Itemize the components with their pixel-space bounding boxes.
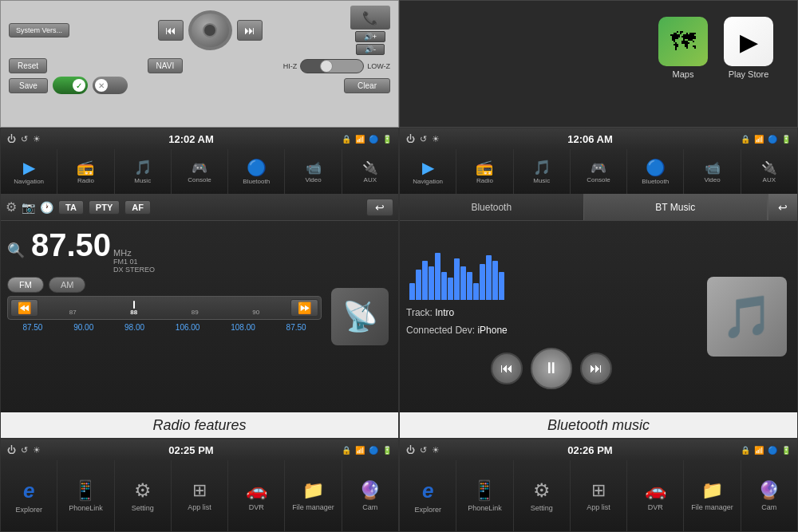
- android-app-panel: 🗺 Maps ▶ Play Store: [399, 0, 798, 128]
- nav-item-aux[interactable]: 🔌 AUX: [342, 149, 398, 194]
- seek-bar: ⏪ 87 88 89 90 ⏩: [7, 296, 322, 320]
- reset-button[interactable]: Reset: [9, 58, 47, 73]
- cam-icon: 🔮: [359, 480, 381, 501]
- radio-nav-icon: 📻: [77, 159, 94, 176]
- dvr-icon: 🚗: [246, 480, 267, 501]
- navi-button[interactable]: NAVI: [148, 58, 184, 73]
- filemanager-item[interactable]: 📁 File manager: [285, 460, 342, 531]
- search-icon[interactable]: 🔍: [7, 242, 25, 259]
- next-track-button[interactable]: ⏭: [237, 20, 263, 41]
- preset-1[interactable]: 87.50: [22, 323, 42, 332]
- radio-nav-bar: ▶ Navigation 📻 Radio 🎵 Music 🎮 Console 🔵…: [1, 149, 398, 194]
- freq-meta1: FM1 01: [113, 258, 155, 266]
- bt-nav-video-icon: 📹: [705, 160, 721, 175]
- bluetooth-tab[interactable]: Bluetooth: [400, 194, 584, 220]
- cam-item[interactable]: 🔮 Cam: [342, 460, 398, 531]
- system-version-button[interactable]: System Vers...: [9, 23, 69, 37]
- bt-nav-aux[interactable]: 🔌 AUX: [741, 149, 797, 194]
- bt-nav-bluetooth[interactable]: 🔵 Bluetooth: [627, 149, 684, 194]
- check-toggle[interactable]: ✓: [53, 77, 88, 94]
- hz-slider[interactable]: [300, 59, 364, 73]
- af-button[interactable]: AF: [124, 200, 151, 215]
- bt-nav-console-label: Console: [587, 176, 610, 183]
- phonelink-label: PhoneLink: [69, 504, 103, 512]
- applist-label: App list: [188, 503, 211, 511]
- fm-button[interactable]: FM: [7, 277, 44, 293]
- br-applist-item[interactable]: ⊞ App list: [571, 460, 627, 531]
- bt-nav-radio[interactable]: 📻 Radio: [456, 149, 513, 194]
- bt-nav-aux-icon: 🔌: [761, 160, 777, 175]
- save-button[interactable]: Save: [9, 78, 48, 93]
- nav-item-bluetooth[interactable]: 🔵 Bluetooth: [228, 149, 285, 194]
- dvr-item[interactable]: 🚗 DVR: [228, 460, 285, 531]
- volume-up-button[interactable]: 🔊+: [355, 31, 385, 42]
- freq-tick-88: 88: [130, 309, 137, 316]
- br-setting-item[interactable]: ⚙ Setting: [514, 460, 571, 531]
- am-button[interactable]: AM: [49, 277, 86, 293]
- music-nav-label: Music: [134, 177, 151, 184]
- br-phonelink-icon: 📱: [472, 479, 496, 502]
- br-power-icon: ⏻: [406, 445, 415, 455]
- bt-nav-console[interactable]: 🎮 Console: [571, 149, 627, 194]
- playstore-app-item[interactable]: ▶ Play Store: [724, 17, 773, 79]
- preset-list: 87.50 90.00 98.00 106.00 108.00 87.50: [7, 323, 322, 332]
- radio-nav-label: Radio: [77, 177, 94, 184]
- nav-item-video[interactable]: 📹 Video: [285, 149, 342, 194]
- applist-item[interactable]: ⊞ App list: [172, 460, 228, 531]
- preset-3[interactable]: 98.00: [124, 323, 144, 332]
- br-phonelink-label: PhoneLink: [468, 504, 502, 512]
- pty-button[interactable]: PTY: [89, 200, 120, 215]
- preset-2[interactable]: 90.00: [73, 323, 93, 332]
- bt-prev-button[interactable]: ⏮: [491, 353, 523, 384]
- br-dvr-item[interactable]: 🚗 DVR: [627, 460, 684, 531]
- navigation-label: Navigation: [14, 178, 44, 185]
- steering-wheel-panel: System Vers... ⏮ ⏭ 📞 🔊+ 🔊-: [0, 0, 399, 128]
- bt-back-button[interactable]: ↩: [768, 194, 797, 220]
- nav-item-music[interactable]: 🎵 Music: [115, 149, 172, 194]
- x-toggle[interactable]: ✕: [93, 77, 128, 94]
- setting-item[interactable]: ⚙ Setting: [115, 460, 172, 531]
- phonelink-icon: 📱: [73, 479, 97, 502]
- bt-music-tab[interactable]: BT Music: [584, 194, 768, 220]
- volume-down-button[interactable]: 🔊-: [356, 44, 385, 55]
- bt-nav-music[interactable]: 🎵 Music: [514, 149, 571, 194]
- phonelink-item[interactable]: 📱 PhoneLink: [57, 460, 114, 531]
- bl-brightness-icon: ☀: [33, 445, 41, 455]
- clear-button[interactable]: Clear: [344, 78, 390, 93]
- bt-caption: Bluetooth music: [400, 412, 797, 438]
- maps-app-item[interactable]: 🗺 Maps: [658, 17, 708, 79]
- preset-4[interactable]: 106.00: [176, 323, 200, 332]
- br-phonelink-item[interactable]: 📱 PhoneLink: [456, 460, 513, 531]
- br-filemanager-item[interactable]: 📁 File manager: [684, 460, 741, 531]
- preset-6[interactable]: 87.50: [286, 323, 306, 332]
- radio-back-button[interactable]: ↩: [366, 199, 393, 216]
- br-explorer-label: Explorer: [414, 506, 441, 514]
- bt-nav-navigation[interactable]: ▶ Navigation: [400, 149, 456, 194]
- bl-time: 02:25 PM: [168, 444, 213, 456]
- console-nav-icon: 🎮: [192, 160, 207, 175]
- ta-button[interactable]: TA: [58, 200, 84, 215]
- nav-item-navigation[interactable]: ▶ Navigation: [1, 149, 57, 194]
- bt-nav-navigation-icon: ▶: [422, 158, 434, 177]
- bt-playback-controls: ⏮ ⏸ ⏭: [406, 348, 697, 389]
- explorer-item[interactable]: e Explorer: [1, 460, 57, 531]
- nav-item-radio[interactable]: 📻 Radio: [57, 149, 114, 194]
- bt-lock-icon: 🔒: [741, 135, 750, 144]
- br-back-icon: ↺: [420, 445, 427, 455]
- bt-play-pause-button[interactable]: ⏸: [531, 348, 572, 389]
- bt-nav-video[interactable]: 📹 Video: [684, 149, 741, 194]
- prev-track-button[interactable]: ⏮: [158, 20, 184, 41]
- bt-next-button[interactable]: ⏭: [580, 353, 612, 384]
- br-explorer-item[interactable]: e Explorer: [400, 460, 456, 531]
- equalizer-display: [406, 244, 697, 300]
- seek-forward-button[interactable]: ⏩: [290, 299, 318, 317]
- bt-nav-bt-icon: 🔵: [646, 158, 666, 177]
- preset-5[interactable]: 108.00: [231, 323, 255, 332]
- bl-status-bar: ⏻ ↺ ☀ 02:25 PM 🔒 📶 🔵 🔋: [1, 439, 398, 460]
- antenna-icon: 📡: [328, 227, 392, 406]
- phone-icon: 📞: [350, 6, 390, 30]
- br-cam-item[interactable]: 🔮 Cam: [741, 460, 797, 531]
- aux-nav-icon: 🔌: [362, 160, 378, 175]
- nav-item-console[interactable]: 🎮 Console: [172, 149, 228, 194]
- seek-back-button[interactable]: ⏪: [10, 299, 38, 317]
